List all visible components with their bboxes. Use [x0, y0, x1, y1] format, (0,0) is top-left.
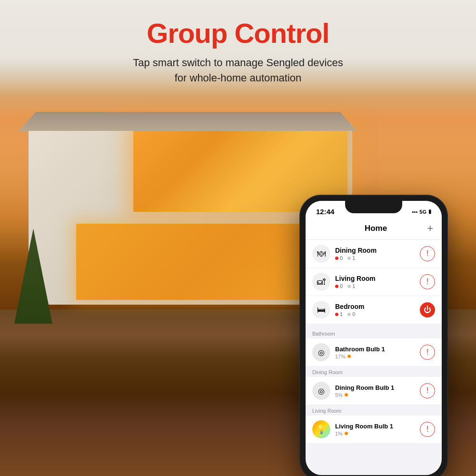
room-item-bedroom[interactable]: 🛏 Bedroom 1 0 — [306, 296, 442, 324]
dot-icon — [347, 313, 351, 316]
living-bulb-icon-wrap: 💡 — [312, 420, 330, 438]
dining-bulb-icon-wrap: ◎ — [312, 382, 330, 400]
living-bulb-name: Living Room Bulb 1 — [335, 423, 420, 430]
living-bulb-status: 1% — [335, 431, 420, 436]
status-icons: ▪▪▪ 5G ▮ — [412, 208, 431, 215]
add-button[interactable]: + — [427, 222, 433, 235]
page-subtitle: Tap smart switch to manage Sengled devic… — [10, 55, 466, 86]
orange-dot-icon — [345, 432, 348, 435]
bulb-ring-icon: ◎ — [318, 348, 325, 357]
section-label-living: Living Room — [306, 405, 442, 416]
dot-icon — [335, 285, 338, 288]
dining-room-action[interactable]: ! — [420, 246, 435, 261]
app-title: Home — [325, 224, 427, 233]
dining-room-stats: 0 1 — [335, 255, 420, 261]
bulb-ring-icon: ◎ — [318, 387, 325, 396]
dining-room-icon-wrap: 🍽 — [312, 245, 330, 263]
dining-bulb-info: Dining Room Bulb 1 5% — [335, 384, 420, 398]
dining-stat-on: 1 — [347, 255, 355, 261]
dining-room-icon: 🍽 — [317, 249, 326, 259]
living-stat-on: 1 — [347, 283, 355, 289]
rooms-list: 🍽 Dining Room 0 1 — [306, 240, 442, 324]
phone-notch — [345, 201, 402, 213]
network-label: 5G — [419, 209, 426, 215]
signal-icon: ▪▪▪ — [412, 209, 418, 215]
dining-bulb-status: 5% — [335, 392, 420, 398]
dining-bulb-name: Dining Room Bulb 1 — [335, 384, 420, 391]
living-devices: 💡 Living Room Bulb 1 1% ! — [306, 416, 442, 444]
living-room-icon-wrap: 🛋 — [312, 273, 330, 291]
living-room-action[interactable]: ! — [420, 274, 435, 289]
living-stat-off: 0 — [335, 283, 343, 289]
scroll-fade — [306, 446, 442, 475]
orange-dot-icon — [345, 393, 348, 397]
living-bulb-info: Living Room Bulb 1 1% — [335, 423, 420, 436]
living-room-icon: 🛋 — [317, 277, 326, 287]
dining-bulb-action[interactable]: ! — [420, 383, 435, 398]
bedroom-icon-wrap: 🛏 — [312, 301, 330, 319]
dining-bulb-1-item[interactable]: ◎ Dining Room Bulb 1 5% ! — [306, 377, 442, 405]
phone-screen: 12:44 ▪▪▪ 5G ▮ Home + 🍽 — [306, 201, 442, 475]
bathroom-bulb-name: Bathroom Bulb 1 — [335, 346, 420, 353]
bedroom-stat-on: 0 — [347, 311, 355, 317]
battery-icon: ▮ — [428, 208, 431, 215]
dot-icon — [347, 285, 351, 288]
dining-stat-off: 0 — [335, 255, 343, 261]
status-time: 12:44 — [316, 208, 334, 216]
bedroom-info: Bedroom 1 0 — [335, 303, 420, 317]
page-title: Group Control — [10, 18, 466, 49]
phone-mockup: 12:44 ▪▪▪ 5G ▮ Home + 🍽 — [300, 195, 447, 476]
bathroom-bulb-icon-wrap: ◎ — [312, 343, 330, 361]
room-item-dining[interactable]: 🍽 Dining Room 0 1 — [306, 240, 442, 268]
dot-icon — [347, 257, 351, 260]
dot-icon — [335, 313, 338, 316]
section-label-dining: Dining Room — [306, 367, 442, 377]
dining-room-name: Dining Room — [335, 247, 420, 254]
app-header: Home + — [306, 218, 442, 240]
bathroom-bulb-info: Bathroom Bulb 1 17% — [335, 346, 420, 359]
color-bulb-icon: 💡 — [316, 424, 327, 435]
phone-frame: 12:44 ▪▪▪ 5G ▮ Home + 🍽 — [300, 195, 447, 476]
bathroom-bulb-1-item[interactable]: ◎ Bathroom Bulb 1 17% ! — [306, 338, 442, 367]
room-item-living[interactable]: 🛋 Living Room 0 1 — [306, 268, 442, 296]
header-section: Group Control Tap smart switch to manage… — [0, 0, 476, 95]
living-bulb-1-item[interactable]: 💡 Living Room Bulb 1 1% ! — [306, 416, 442, 444]
bathroom-bulb-action[interactable]: ! — [420, 345, 435, 360]
bedroom-name: Bedroom — [335, 303, 420, 310]
living-room-stats: 0 1 — [335, 283, 420, 289]
bedroom-stat-off: 1 — [335, 311, 343, 317]
roof — [19, 112, 357, 131]
dot-icon — [335, 257, 338, 260]
bathroom-devices: ◎ Bathroom Bulb 1 17% ! — [306, 338, 442, 367]
living-room-info: Living Room 0 1 — [335, 275, 420, 289]
dining-devices: ◎ Dining Room Bulb 1 5% ! — [306, 377, 442, 405]
bedroom-stats: 1 0 — [335, 311, 420, 317]
bathroom-bulb-status: 17% — [335, 354, 420, 359]
orange-dot-icon — [347, 355, 351, 358]
living-room-name: Living Room — [335, 275, 420, 282]
section-label-bathroom: Bathroom — [306, 328, 442, 338]
bedroom-icon: 🛏 — [317, 305, 326, 315]
living-bulb-action[interactable]: ! — [420, 422, 435, 437]
dining-room-info: Dining Room 0 1 — [335, 247, 420, 261]
bedroom-power-button[interactable]: ⏻ — [420, 302, 435, 317]
